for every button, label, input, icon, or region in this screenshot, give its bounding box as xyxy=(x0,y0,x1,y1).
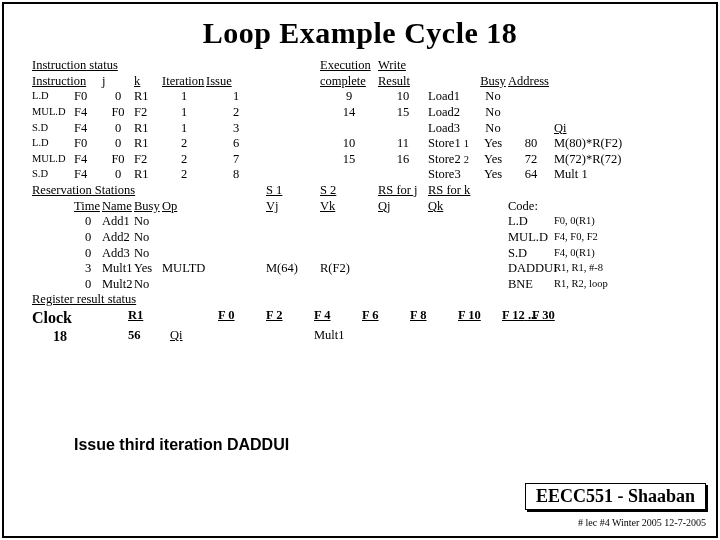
code-hdr: Code: xyxy=(508,199,600,215)
hdr-vj: Vj xyxy=(266,199,320,215)
rb: No xyxy=(134,230,162,246)
rb: Yes xyxy=(134,261,162,277)
note: M(80)*R(F2) xyxy=(554,136,600,152)
k: F2 xyxy=(134,105,162,121)
code-args: F4, F0, F2 xyxy=(554,230,600,246)
reg-f30: F 30 xyxy=(532,308,580,328)
it: 2 xyxy=(162,167,206,183)
rt: 3 xyxy=(74,261,102,277)
code-args: R1, R1, #-8 xyxy=(554,261,600,277)
hdr-iteration: Iteration xyxy=(162,74,206,90)
hdr-time: Time xyxy=(74,199,102,215)
j: 0 xyxy=(102,121,134,137)
iss: 7 xyxy=(206,152,266,168)
op: MUL.D xyxy=(32,152,74,168)
j: 0 xyxy=(102,167,134,183)
rb: No xyxy=(134,246,162,262)
wr: 16 xyxy=(378,152,428,168)
rt: 0 xyxy=(74,230,102,246)
reg: F4 xyxy=(74,152,102,168)
code-args: F4, 0(R1) xyxy=(554,246,600,262)
iss: 8 xyxy=(206,167,266,183)
exec: 15 xyxy=(320,152,378,168)
code-op: DADDUI xyxy=(508,261,554,277)
hdr-k: k xyxy=(134,74,162,90)
addr: 64 xyxy=(508,167,554,183)
note: Mult 1 xyxy=(554,167,600,183)
busy: Yes xyxy=(478,167,508,183)
qi-label: Qi xyxy=(170,328,218,346)
rt: 0 xyxy=(74,277,102,293)
k: R1 xyxy=(134,121,162,137)
iss: 2 xyxy=(206,105,266,121)
reg-f0: F 0 xyxy=(218,308,266,328)
reg: F4 xyxy=(74,121,102,137)
wr: 15 xyxy=(378,105,428,121)
it: 2 xyxy=(162,136,206,152)
hdr-instruction: Instruction xyxy=(32,74,102,90)
addr: 80 xyxy=(508,136,554,152)
busy: No xyxy=(478,121,508,137)
slide-title: Loop Example Cycle 18 xyxy=(4,4,716,58)
iss: 1 xyxy=(206,89,266,105)
rvj: M(64) xyxy=(266,261,320,277)
reg: F4 xyxy=(74,167,102,183)
clock-label: Clock xyxy=(32,308,88,328)
hdr-reg-status: Register result status xyxy=(32,292,162,308)
code-op: BNE xyxy=(508,277,554,293)
it: 1 xyxy=(162,121,206,137)
k: R1 xyxy=(134,89,162,105)
hdr-address: Address xyxy=(508,74,600,90)
reg-f4-val: Mult1 xyxy=(314,328,362,346)
hdr-result: Result xyxy=(378,74,428,90)
fu: Store1 1 xyxy=(428,136,478,152)
reg-f8: F 8 xyxy=(410,308,458,328)
hdr-s2: S 2 xyxy=(320,183,378,199)
j: F0 xyxy=(102,152,134,168)
r1-val: 56 xyxy=(128,328,170,346)
fu: Load1 xyxy=(428,89,478,105)
op: L.D xyxy=(32,89,74,105)
hdr-rsk: RS for k xyxy=(428,183,478,199)
hdr-s1: S 1 xyxy=(266,183,320,199)
hdr-res-stations: Reservation Stations xyxy=(32,183,162,199)
op: L.D xyxy=(32,136,74,152)
op: MUL.D xyxy=(32,105,74,121)
busy: Yes xyxy=(478,152,508,168)
exec: 10 xyxy=(320,136,378,152)
rn: Mult2 xyxy=(102,277,134,293)
op: S.D xyxy=(32,167,74,183)
rvk: R(F2) xyxy=(320,261,378,277)
hdr-qk: Qk xyxy=(428,199,478,215)
hdr-j: j xyxy=(102,74,134,90)
rn: Mult1 xyxy=(102,261,134,277)
hdr-op: Op xyxy=(162,199,206,215)
hdr-busy2: Busy xyxy=(134,199,162,215)
hdr-rsj: RS for j xyxy=(378,183,428,199)
code-args: R1, R2, loop xyxy=(554,277,600,293)
k: R1 xyxy=(134,136,162,152)
busy: No xyxy=(478,89,508,105)
iss: 3 xyxy=(206,121,266,137)
exec: 14 xyxy=(320,105,378,121)
hdr-complete: complete xyxy=(320,74,378,90)
note: M(72)*R(72) xyxy=(554,152,600,168)
j: F0 xyxy=(102,105,134,121)
hdr-issue: Issue xyxy=(206,74,266,90)
reg: F4 xyxy=(74,105,102,121)
code-op: L.D xyxy=(508,214,554,230)
fu: Load3 xyxy=(428,121,478,137)
exec: 9 xyxy=(320,89,378,105)
code-op: MUL.D xyxy=(508,230,554,246)
it: 1 xyxy=(162,89,206,105)
k: F2 xyxy=(134,152,162,168)
reg-f12: F 12 ... xyxy=(502,308,532,328)
it: 2 xyxy=(162,152,206,168)
wr: 10 xyxy=(378,89,428,105)
code-op: S.D xyxy=(508,246,554,262)
hdr-name: Name xyxy=(102,199,134,215)
qi-hdr: Qi xyxy=(554,121,600,137)
addr: 72 xyxy=(508,152,554,168)
clock-val: 18 xyxy=(32,328,88,346)
reg: F0 xyxy=(74,89,102,105)
